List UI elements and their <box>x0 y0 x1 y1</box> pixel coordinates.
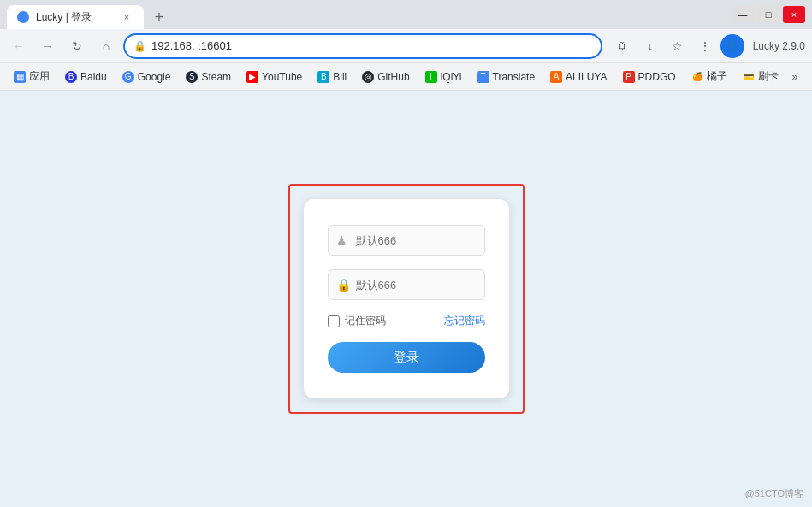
profile-button[interactable]: 👤 <box>720 34 744 58</box>
home-button[interactable]: ⌂ <box>94 34 118 58</box>
password-icon: 🔒 <box>336 278 351 292</box>
other-bookmarks-btn[interactable]: 📁 其他书签 <box>804 68 812 85</box>
bookmark-juzi[interactable]: 🍊 橘子 <box>685 68 734 85</box>
maximize-button[interactable]: □ <box>757 6 779 23</box>
browser-tab[interactable]: Lucky | 登录 × <box>7 5 144 29</box>
more-bookmarks-btn[interactable]: » <box>787 69 803 85</box>
tab-favicon <box>17 11 29 23</box>
new-tab-button[interactable]: + <box>147 5 171 29</box>
bookmark-apps[interactable]: ▦ 应用 <box>7 68 56 85</box>
user-icon: ♟ <box>336 233 347 247</box>
bookmark-aliluya[interactable]: A ALILUYA <box>543 69 613 85</box>
bookmark-github[interactable]: ◎ GitHub <box>355 69 416 85</box>
login-card: ♟ 🔒 记住密码 忘记密码 登录 <box>304 199 509 398</box>
remember-row: 记住密码 忘记密码 <box>328 314 485 328</box>
downloads-icon[interactable]: ↓ <box>638 34 662 58</box>
remember-left: 记住密码 <box>328 314 386 328</box>
tab-close-btn[interactable]: × <box>120 10 133 24</box>
chrome-window: Lucky | 登录 × + — □ × ← → ↻ ⌂ 🔒 192.168. … <box>0 0 812 507</box>
toolbar: ← → ↻ ⌂ 🔒 192.168. :16601 ⧮ ↓ ☆ ⋮ 👤 Luck… <box>0 29 812 63</box>
address-text: 192.168. :16601 <box>151 39 592 52</box>
watermark: @51CTO博客 <box>745 487 803 500</box>
shuaka-icon: 💳 <box>743 71 755 83</box>
remember-label: 记住密码 <box>345 314 386 328</box>
bili-icon: B <box>317 71 329 83</box>
bookmark-iqiyi[interactable]: i iQiYi <box>418 69 469 85</box>
aliluya-icon: A <box>550 71 562 83</box>
back-button[interactable]: ← <box>7 34 31 58</box>
bookmark-google[interactable]: G Google <box>116 69 178 85</box>
address-lock-icon: 🔒 <box>133 40 146 52</box>
bookmark-bili[interactable]: B Bili <box>311 69 353 85</box>
bookmarks-bar: ▦ 应用 B Baidu G Google S Steam ▶ YouTube … <box>0 63 812 91</box>
address-bar[interactable]: 🔒 192.168. :16601 <box>123 33 602 59</box>
page-content: ♟ 🔒 记住密码 忘记密码 登录 <box>0 91 812 507</box>
tab-title: Lucky | 登录 <box>36 10 113 25</box>
lucky-version: Lucky 2.9.0 <box>753 40 805 52</box>
bookmark-steam[interactable]: S Steam <box>179 69 238 85</box>
bookmark-baidu[interactable]: B Baidu <box>58 69 114 85</box>
minimize-button[interactable]: — <box>732 6 754 23</box>
pddgo-icon: P <box>623 71 635 83</box>
bookmarks-icon[interactable]: ☆ <box>666 34 690 58</box>
baidu-icon: B <box>65 71 77 83</box>
extensions-icon[interactable]: ⧮ <box>611 34 635 58</box>
bookmark-translate[interactable]: T Translate <box>471 69 542 85</box>
close-button[interactable]: × <box>783 6 805 23</box>
username-group: ♟ <box>328 225 485 256</box>
bookmark-shuaka[interactable]: 💳 刷卡 <box>736 68 785 85</box>
apps-icon: ▦ <box>14 71 26 83</box>
settings-icon[interactable]: ⋮ <box>693 34 717 58</box>
login-button[interactable]: 登录 <box>328 342 485 373</box>
refresh-button[interactable]: ↻ <box>65 34 89 58</box>
window-controls: — □ × <box>732 6 805 23</box>
username-input[interactable] <box>328 225 485 256</box>
password-group: 🔒 <box>328 269 485 300</box>
title-bar: Lucky | 登录 × + — □ × <box>0 0 812 29</box>
translate-icon: T <box>477 71 489 83</box>
youtube-icon: ▶ <box>246 71 258 83</box>
bookmark-youtube[interactable]: ▶ YouTube <box>240 69 309 85</box>
login-outer-box: ♟ 🔒 记住密码 忘记密码 登录 <box>288 184 525 414</box>
github-icon: ◎ <box>362 71 374 83</box>
password-input[interactable] <box>328 269 485 300</box>
forward-button[interactable]: → <box>36 34 60 58</box>
bookmark-pddgo[interactable]: P PDDGO <box>616 69 683 85</box>
iqiyi-icon: i <box>425 71 437 83</box>
tab-area: Lucky | 登录 × + <box>7 0 728 29</box>
remember-checkbox[interactable] <box>328 315 340 327</box>
juzi-icon: 🍊 <box>691 71 703 83</box>
toolbar-icons: ⧮ ↓ ☆ ⋮ 👤 <box>611 34 744 58</box>
forgot-password-link[interactable]: 忘记密码 <box>444 314 485 328</box>
steam-icon: S <box>186 71 198 83</box>
google-icon: G <box>122 71 134 83</box>
